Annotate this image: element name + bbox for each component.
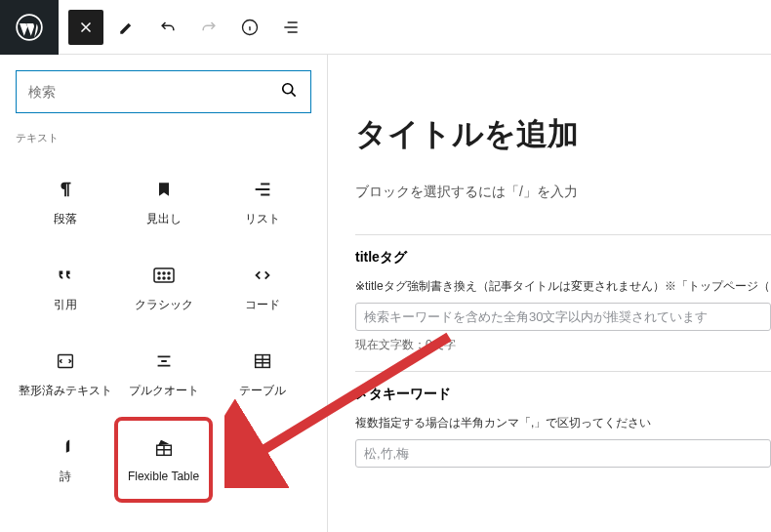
- heading-icon: [152, 178, 176, 201]
- block-label: プルクオート: [129, 383, 199, 399]
- meta-keywords: メタキーワード 複数指定する場合は半角カンマ「,」で区切ってください: [355, 371, 771, 485]
- svg-point-4: [158, 272, 160, 274]
- edit-icon[interactable]: [109, 10, 144, 45]
- list-icon: [251, 178, 274, 201]
- svg-point-2: [283, 84, 293, 94]
- block-hint[interactable]: ブロックを選択するには「/」を入力: [355, 184, 771, 201]
- meta-title-tag: titleタグ ※titleタグ強制書き換え（記事タイトルは変更されません）※「…: [355, 234, 771, 371]
- info-button[interactable]: [232, 10, 267, 45]
- block-label: テーブル: [239, 383, 286, 399]
- verse-icon: [54, 435, 77, 459]
- block-grid: 段落 見出し リスト 引用 クラシック コード: [16, 159, 311, 503]
- meta-title: メタキーワード: [355, 386, 771, 403]
- svg-point-5: [163, 272, 165, 274]
- svg-point-7: [158, 277, 160, 279]
- block-label: クラシック: [135, 297, 193, 313]
- meta-title: titleタグ: [355, 249, 771, 266]
- meta-desc: 複数指定する場合は半角カンマ「,」で区切ってください: [355, 415, 771, 431]
- char-count: 現在文字数：0文字: [355, 337, 771, 353]
- block-verse[interactable]: 詩: [16, 417, 114, 503]
- block-list[interactable]: リスト: [213, 159, 311, 245]
- block-label: Flexible Table: [128, 470, 199, 483]
- close-inserter-button[interactable]: [68, 10, 103, 45]
- undo-button[interactable]: [150, 10, 185, 45]
- classic-icon: [152, 264, 176, 287]
- block-quote[interactable]: 引用: [16, 245, 114, 331]
- search-icon: [279, 80, 299, 103]
- svg-rect-3: [154, 268, 174, 282]
- block-pullquote[interactable]: プルクオート: [114, 331, 213, 417]
- wordpress-logo[interactable]: [0, 0, 59, 55]
- block-label: リスト: [245, 211, 280, 227]
- block-label: 詩: [60, 469, 71, 485]
- block-classic[interactable]: クラシック: [114, 245, 213, 331]
- redo-button[interactable]: [191, 10, 226, 45]
- title-tag-input[interactable]: [355, 303, 771, 331]
- block-search-input[interactable]: [28, 84, 279, 100]
- svg-point-9: [168, 277, 170, 279]
- block-heading[interactable]: 見出し: [114, 159, 213, 245]
- block-code[interactable]: コード: [213, 245, 311, 331]
- block-search[interactable]: [16, 70, 311, 113]
- meta-desc: ※titleタグ強制書き換え（記事タイトルは変更されません）※「トップページ（: [355, 278, 771, 295]
- section-label-text: テキスト: [16, 131, 311, 145]
- pullquote-icon: [152, 349, 176, 373]
- block-preformatted[interactable]: 整形済みテキスト: [16, 331, 114, 417]
- toolbar: [59, 10, 318, 45]
- block-label: コード: [245, 297, 280, 313]
- svg-point-6: [168, 272, 170, 274]
- paragraph-icon: [54, 178, 77, 201]
- keywords-input[interactable]: [355, 439, 771, 468]
- block-label: 整形済みテキスト: [19, 383, 112, 399]
- block-label: 段落: [54, 211, 77, 227]
- quote-icon: [54, 264, 77, 287]
- preformatted-icon: [54, 349, 77, 373]
- outline-button[interactable]: [273, 10, 308, 45]
- table-icon: [251, 349, 274, 373]
- editor-topbar: [0, 0, 771, 55]
- block-flexible-table[interactable]: Flexible Table: [114, 417, 213, 503]
- svg-point-8: [163, 277, 165, 279]
- code-icon: [251, 264, 274, 287]
- block-label: 見出し: [146, 211, 182, 227]
- post-title-input[interactable]: タイトルを追加: [355, 113, 771, 156]
- block-inserter-panel: テキスト 段落 見出し リスト 引用 クラシック: [0, 55, 327, 532]
- block-table[interactable]: テーブル: [213, 331, 311, 417]
- block-paragraph[interactable]: 段落: [16, 159, 114, 245]
- editor-content: タイトルを追加 ブロックを選択するには「/」を入力 titleタグ ※title…: [327, 55, 771, 532]
- flexible-table-icon: [152, 436, 176, 460]
- block-label: 引用: [54, 297, 77, 313]
